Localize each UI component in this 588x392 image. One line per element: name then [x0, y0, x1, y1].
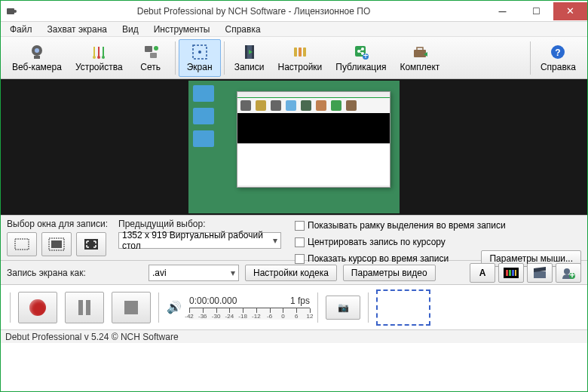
menu-tools[interactable]: Инструменты	[148, 23, 216, 36]
prev-select-label: Предыдущий выбор:	[118, 219, 284, 229]
preview-desktop-icon	[193, 130, 214, 147]
webcam-label: Веб-камера	[12, 62, 62, 72]
devices-icon	[90, 43, 108, 61]
svg-rect-43	[512, 270, 514, 276]
toolbar: Веб-камера Устройства Сеть Экран Записи …	[1, 37, 587, 79]
network-label: Сеть	[140, 62, 161, 72]
settings-label: Настройки	[277, 62, 322, 72]
svg-rect-39	[84, 239, 98, 250]
settings-button[interactable]: Настройки	[271, 39, 329, 77]
svg-rect-17	[245, 45, 247, 59]
app-icon	[1, 1, 22, 22]
kit-button[interactable]: Комплект	[393, 39, 446, 77]
format-label: Запись экрана как:	[7, 268, 142, 278]
preview-desktop-icon	[193, 108, 214, 124]
maximize-button[interactable]	[519, 2, 553, 20]
toolbox-icon	[411, 43, 429, 61]
svg-point-9	[97, 56, 100, 59]
menu-file[interactable]: Файл	[4, 23, 38, 36]
close-button[interactable]	[553, 2, 587, 20]
network-button[interactable]: Сеть	[130, 39, 172, 77]
svg-rect-44	[515, 270, 516, 276]
menu-help[interactable]: Справка	[219, 23, 267, 36]
recordings-button[interactable]: Записи	[228, 39, 271, 77]
snapshot-button[interactable]: 📷	[326, 296, 360, 320]
menubar: Файл Захват экрана Вид Инструменты Справ…	[1, 22, 587, 37]
film-icon	[240, 43, 259, 61]
screen-icon	[191, 43, 209, 61]
svg-marker-46	[534, 267, 546, 272]
screen-button[interactable]: Экран	[179, 39, 221, 77]
codec-settings-button[interactable]: Настройки кодека	[245, 265, 337, 281]
menu-capture[interactable]: Захват экрана	[41, 23, 113, 36]
status-text: Debut Professional v 5.24 © NCH Software	[5, 332, 179, 342]
screen-label: Экран	[187, 62, 213, 72]
record-button[interactable]	[18, 292, 57, 323]
speaker-icon[interactable]: 🔊	[167, 300, 182, 314]
svg-rect-22	[303, 47, 306, 57]
minimize-button[interactable]	[485, 2, 519, 20]
check-center-cursor[interactable]	[295, 237, 305, 247]
effects-button[interactable]	[527, 263, 553, 283]
window-title: Debut Professional by NCH Software - Лиц…	[22, 6, 485, 17]
watermark-button[interactable]: +	[556, 263, 581, 283]
check-show-cursor[interactable]	[295, 254, 305, 264]
prev-select-combo[interactable]: 1352 x 919 Виртуальный рабочий стол	[118, 232, 281, 249]
record-icon	[29, 299, 46, 316]
fps-display: 1 fps	[290, 296, 310, 306]
check-show-frame-label: Показывать рамку выделения во время запи…	[308, 220, 506, 231]
text-overlay-button[interactable]: A	[470, 263, 495, 283]
devices-button[interactable]: Устройства	[69, 39, 130, 77]
window-select-label: Выбор окна для записи:	[7, 219, 108, 229]
text-icon: A	[479, 268, 486, 278]
webcam-icon	[28, 43, 46, 61]
svg-rect-41	[506, 270, 508, 276]
stop-icon	[124, 301, 138, 314]
svg-point-15	[198, 51, 201, 54]
camera-icon: 📷	[338, 302, 349, 313]
format-combo[interactable]: .avi	[149, 265, 239, 281]
svg-rect-36	[15, 239, 29, 250]
time-display: 0:00:00.000	[189, 296, 237, 306]
svg-rect-12	[150, 53, 157, 58]
help-button[interactable]: ? Справка	[534, 39, 583, 77]
select-rectangle-button[interactable]	[7, 232, 37, 256]
svg-point-1	[14, 10, 17, 13]
devices-label: Устройства	[75, 62, 123, 72]
stop-button[interactable]	[112, 292, 151, 323]
svg-rect-21	[299, 47, 302, 57]
svg-rect-0	[7, 8, 14, 14]
share-icon: +	[352, 43, 370, 61]
timeline: 0:00:00.000 1 fps -42-36-30-24-18-12-606…	[189, 296, 310, 320]
webcam-button[interactable]: Веб-камера	[5, 39, 69, 77]
help-icon: ?	[549, 43, 567, 61]
select-fullscreen-button[interactable]	[76, 232, 106, 256]
pause-button[interactable]	[65, 292, 104, 323]
recordings-label: Записи	[234, 62, 265, 72]
check-center-cursor-label: Центрировать запись по курсору	[308, 237, 446, 247]
preview-nested-window	[237, 91, 390, 188]
video-params-button[interactable]: Параметры видео	[343, 265, 436, 281]
help-label: Справка	[541, 62, 576, 72]
svg-text:+: +	[569, 270, 574, 279]
color-adjust-button[interactable]	[498, 263, 524, 283]
person-add-icon: +	[561, 267, 576, 279]
svg-point-3	[35, 48, 39, 53]
svg-rect-42	[509, 270, 511, 276]
kit-label: Комплект	[400, 62, 439, 72]
svg-text:?: ?	[556, 47, 561, 58]
svg-rect-37	[51, 240, 62, 248]
svg-rect-11	[145, 46, 152, 52]
select-window-button[interactable]	[41, 232, 72, 256]
svg-point-8	[93, 56, 96, 59]
publish-label: Публикация	[335, 62, 386, 72]
settings-icon	[291, 43, 309, 61]
preview-area	[1, 79, 587, 215]
audio-meter[interactable]: -42-36-30-24-18-12-60612	[189, 308, 310, 320]
publish-button[interactable]: + Публикация	[329, 39, 393, 77]
svg-point-13	[154, 46, 158, 51]
check-show-frame[interactable]	[295, 221, 305, 231]
network-icon	[142, 43, 160, 61]
menu-view[interactable]: Вид	[116, 23, 145, 36]
toolbar-separator	[175, 41, 176, 75]
